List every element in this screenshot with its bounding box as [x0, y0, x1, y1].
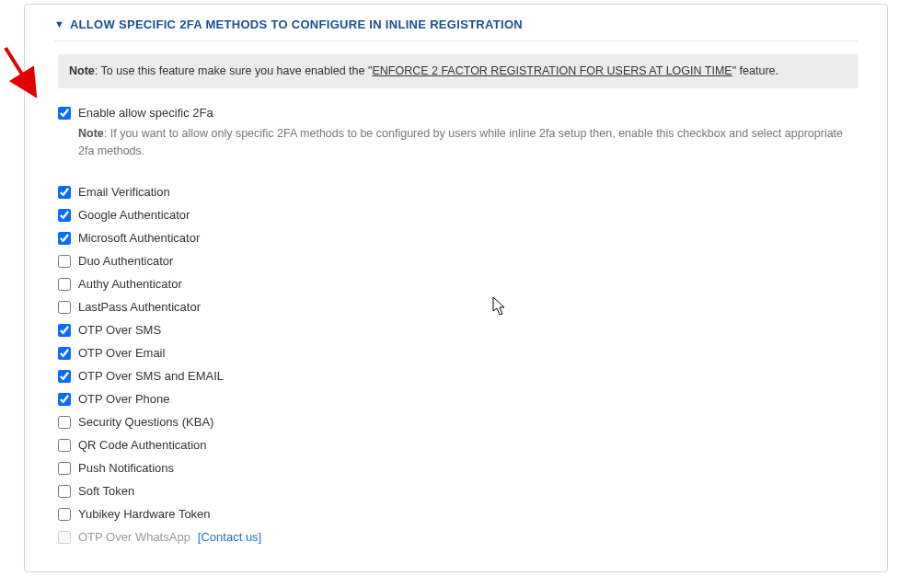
method-row: Security Questions (KBA) [58, 415, 858, 429]
method-row: Yubikey Hardware Token [58, 507, 858, 521]
method-checkbox[interactable] [58, 485, 71, 498]
method-row: OTP Over Email [58, 346, 858, 360]
method-checkbox[interactable] [58, 278, 71, 291]
method-label: Soft Token [78, 484, 134, 498]
note-label: Note [69, 64, 95, 77]
enable-specific-2fa-row: Enable allow specific 2Fa [58, 105, 858, 121]
enable-note: Note: If you want to allow only specific… [78, 125, 858, 160]
enable-specific-2fa-label: Enable allow specific 2Fa [78, 105, 213, 121]
method-row: OTP Over SMS [58, 323, 858, 337]
method-label: OTP Over Email [78, 346, 165, 360]
note-suffix: " feature. [732, 64, 778, 77]
method-row: OTP Over SMS and EMAIL [58, 369, 858, 383]
enable-note-text: : If you want to allow only specific 2FA… [78, 127, 843, 157]
method-checkbox[interactable] [58, 209, 71, 222]
method-row: Soft Token [58, 484, 858, 498]
method-checkbox[interactable] [58, 508, 71, 521]
method-label: OTP Over Phone [78, 392, 169, 406]
method-label: OTP Over SMS [78, 323, 161, 337]
method-label: LastPass Authenticator [78, 300, 201, 314]
enable-note-label: Note [78, 127, 104, 140]
method-checkbox[interactable] [58, 462, 71, 475]
method-checkbox[interactable] [58, 393, 71, 406]
method-row: Google Authenticator [58, 208, 858, 222]
method-checkbox[interactable] [58, 439, 71, 452]
method-label: QR Code Authentication [78, 438, 206, 452]
method-label: Push Notifications [78, 461, 174, 475]
method-checkbox[interactable] [58, 255, 71, 268]
note-bar: Note: To use this feature make sure you … [58, 54, 858, 88]
method-checkbox[interactable] [58, 347, 71, 360]
method-checkbox [58, 531, 71, 544]
method-label: Authy Authenticator [78, 277, 182, 291]
contact-us-link[interactable]: [Contact us] [198, 530, 261, 544]
enable-specific-2fa-checkbox[interactable] [58, 107, 71, 120]
divider [54, 40, 858, 41]
method-checkbox[interactable] [58, 301, 71, 314]
methods-list: Email VerificationGoogle AuthenticatorMi… [58, 185, 858, 544]
collapse-triangle-icon: ▼ [54, 19, 64, 29]
method-label: Google Authenticator [78, 208, 190, 222]
method-row: OTP Over WhatsApp [Contact us] [58, 530, 858, 544]
method-row: QR Code Authentication [58, 438, 858, 452]
method-checkbox[interactable] [58, 186, 71, 199]
method-row: Authy Authenticator [58, 277, 858, 291]
settings-panel: ▼ ALLOW SPECIFIC 2FA METHODS TO CONFIGUR… [24, 4, 888, 572]
method-row: OTP Over Phone [58, 392, 858, 406]
method-checkbox[interactable] [58, 370, 71, 383]
method-label: Email Verification [78, 185, 170, 199]
method-row: Push Notifications [58, 461, 858, 475]
method-row: Microsoft Authenticator [58, 231, 858, 245]
method-row: Email Verification [58, 185, 858, 199]
method-label: Yubikey Hardware Token [78, 507, 211, 521]
method-row: Duo Authenticator [58, 254, 858, 268]
panel-header[interactable]: ▼ ALLOW SPECIFIC 2FA METHODS TO CONFIGUR… [54, 17, 858, 31]
note-prefix: : To use this feature make sure you have… [95, 64, 373, 77]
method-label: OTP Over WhatsApp [78, 530, 190, 544]
enforce-registration-link[interactable]: ENFORCE 2 FACTOR REGISTRATION FOR USERS … [372, 64, 732, 77]
panel-title: ALLOW SPECIFIC 2FA METHODS TO CONFIGURE … [70, 17, 523, 31]
method-label: OTP Over SMS and EMAIL [78, 369, 224, 383]
method-checkbox[interactable] [58, 324, 71, 337]
method-row: LastPass Authenticator [58, 300, 858, 314]
method-label: Security Questions (KBA) [78, 415, 213, 429]
method-label: Duo Authenticator [78, 254, 173, 268]
method-checkbox[interactable] [58, 232, 71, 245]
method-label: Microsoft Authenticator [78, 231, 200, 245]
method-checkbox[interactable] [58, 416, 71, 429]
